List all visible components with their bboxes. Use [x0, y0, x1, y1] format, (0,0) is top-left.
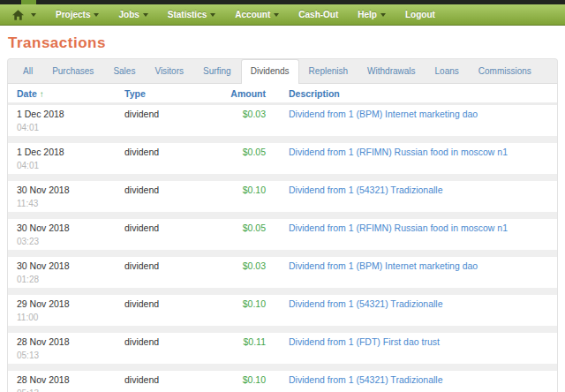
transaction-description-link[interactable]: Dividend from 1 (BPM) Internet marketing…: [289, 260, 478, 271]
transaction-amount: $0.03: [213, 109, 266, 133]
description-cell: Dividend from 1 (54321) Tradizionalle: [266, 185, 557, 209]
table-row: 1 Dec 2018 04:01 dividend $0.03 Dividend…: [8, 105, 557, 143]
sort-ascending-icon: ↑: [40, 89, 44, 99]
table-row: 30 Nov 2018 03:23 dividend $0.05 Dividen…: [8, 219, 557, 257]
nav-item-cash-out[interactable]: Cash-Out: [289, 4, 348, 25]
tab-surfing[interactable]: Surfing: [193, 60, 241, 83]
nav-item-jobs[interactable]: Jobs: [109, 4, 157, 25]
main-navbar: Projects Jobs Statistics Account Cash-Ou…: [0, 4, 565, 26]
transaction-date: 1 Dec 2018: [17, 147, 124, 158]
column-header-date-label: Date: [17, 88, 37, 99]
nav-item-label: Help: [358, 10, 377, 19]
table-row: 30 Nov 2018 11:43 dividend $0.10 Dividen…: [8, 181, 557, 219]
tab-replenish[interactable]: Replenish: [299, 60, 358, 83]
transaction-type: dividend: [124, 336, 213, 361]
description-cell: Dividend from 1 (RFIMN) Russian food in …: [266, 222, 557, 247]
date-cell: 30 Nov 2018 03:23: [17, 222, 124, 247]
table-row: 29 Nov 2018 11:00 dividend $0.10 Dividen…: [8, 295, 557, 333]
transaction-date: 30 Nov 2018: [17, 185, 124, 196]
nav-item-label: Account: [235, 10, 270, 19]
tabs-container: All Purchases Sales Visitors Surfing Div…: [7, 58, 558, 84]
transaction-amount: $0.10: [213, 374, 266, 392]
transaction-amount: $0.05: [213, 147, 266, 171]
transaction-type: dividend: [124, 374, 213, 392]
transaction-type: dividend: [124, 147, 213, 171]
page-title: Transactions: [8, 35, 558, 50]
description-cell: Dividend from 1 (54321) Tradizionalle: [266, 374, 557, 392]
tab-withdrawals[interactable]: Withdrawals: [358, 60, 425, 83]
description-cell: Dividend from 1 (BPM) Internet marketing…: [266, 109, 557, 133]
nav-item-home[interactable]: [4, 4, 46, 25]
chevron-down-icon: [210, 13, 215, 17]
nav-item-logout[interactable]: Logout: [396, 4, 445, 25]
transaction-date: 29 Nov 2018: [17, 298, 124, 310]
tab-dividends[interactable]: Dividends: [241, 59, 299, 84]
browser-chrome-strip: [0, 0, 565, 4]
transaction-amount: $0.05: [213, 222, 266, 247]
transaction-description-link[interactable]: Dividend from 1 (FDT) First dao trust: [289, 336, 440, 347]
nav-item-label: Statistics: [168, 10, 207, 19]
table-body: 1 Dec 2018 04:01 dividend $0.03 Dividend…: [8, 105, 557, 392]
transaction-date: 30 Nov 2018: [17, 222, 124, 234]
date-cell: 28 Nov 2018 05:13: [17, 374, 124, 392]
column-header-amount[interactable]: Amount: [213, 88, 266, 99]
transaction-amount: $0.03: [213, 260, 266, 285]
transaction-time: 04:01: [17, 122, 124, 133]
chevron-down-icon: [31, 13, 36, 17]
transaction-time: 05:13: [17, 350, 124, 361]
tab-purchases[interactable]: Purchases: [42, 60, 103, 83]
nav-item-label: Projects: [56, 10, 90, 19]
tab-sales[interactable]: Sales: [103, 60, 145, 83]
nav-item-label: Jobs: [118, 10, 139, 19]
transaction-type: dividend: [124, 222, 213, 247]
tab-all[interactable]: All: [13, 60, 42, 83]
chevron-down-icon: [94, 13, 99, 17]
table-row: 28 Nov 2018 05:13 dividend $0.11 Dividen…: [8, 333, 557, 371]
transaction-date: 30 Nov 2018: [17, 260, 124, 272]
transaction-description-link[interactable]: Dividend from 1 (54321) Tradizionalle: [289, 298, 443, 309]
description-cell: Dividend from 1 (RFIMN) Russian food in …: [266, 147, 557, 171]
description-cell: Dividend from 1 (BPM) Internet marketing…: [266, 260, 557, 285]
transaction-description-link[interactable]: Dividend from 1 (RFIMN) Russian food in …: [289, 222, 508, 233]
description-cell: Dividend from 1 (54321) Tradizionalle: [266, 298, 557, 323]
date-cell: 29 Nov 2018 11:00: [17, 298, 124, 323]
date-cell: 1 Dec 2018 04:01: [17, 147, 124, 171]
nav-item-account[interactable]: Account: [225, 4, 289, 25]
table-row: 30 Nov 2018 01:28 dividend $0.03 Dividen…: [8, 257, 557, 295]
date-cell: 30 Nov 2018 11:43: [17, 185, 124, 209]
browser-tab-accent: [21, 0, 36, 4]
chevron-down-icon: [380, 13, 386, 17]
column-header-date[interactable]: Date↑: [17, 88, 124, 99]
home-icon: [12, 10, 24, 20]
nav-item-projects[interactable]: Projects: [46, 4, 109, 25]
nav-item-label: Cash-Out: [298, 10, 338, 19]
tab-visitors[interactable]: Visitors: [145, 60, 193, 83]
transaction-date: 1 Dec 2018: [17, 109, 124, 120]
transaction-time: 11:00: [17, 312, 124, 323]
transaction-type: dividend: [124, 185, 213, 209]
transaction-time: 04:01: [17, 160, 124, 171]
transaction-amount: $0.11: [213, 336, 266, 361]
transaction-type: dividend: [124, 298, 213, 323]
transaction-description-link[interactable]: Dividend from 1 (54321) Tradizionalle: [289, 374, 443, 385]
transaction-amount: $0.10: [213, 185, 266, 209]
transaction-time: 05:13: [17, 388, 124, 392]
date-cell: 30 Nov 2018 01:28: [17, 260, 124, 285]
chevron-down-icon: [274, 13, 279, 17]
transaction-description-link[interactable]: Dividend from 1 (BPM) Internet marketing…: [289, 109, 478, 119]
table-row: 1 Dec 2018 04:01 dividend $0.05 Dividend…: [8, 143, 557, 181]
date-cell: 28 Nov 2018 05:13: [17, 336, 124, 361]
transaction-description-link[interactable]: Dividend from 1 (RFIMN) Russian food in …: [289, 147, 508, 157]
transaction-time: 03:23: [17, 236, 124, 247]
tab-loans[interactable]: Loans: [426, 60, 469, 83]
transaction-type-tabs: All Purchases Sales Visitors Surfing Div…: [7, 58, 558, 84]
nav-item-statistics[interactable]: Statistics: [158, 4, 225, 25]
transaction-amount: $0.10: [213, 298, 266, 323]
column-header-type[interactable]: Type: [124, 88, 213, 99]
column-header-description[interactable]: Description: [266, 88, 557, 99]
nav-item-help[interactable]: Help: [348, 4, 396, 25]
tab-commissions[interactable]: Commissions: [469, 60, 541, 83]
transaction-description-link[interactable]: Dividend from 1 (54321) Tradizionalle: [289, 185, 443, 195]
transaction-date: 28 Nov 2018: [17, 374, 124, 386]
transaction-time: 11:43: [17, 198, 124, 209]
